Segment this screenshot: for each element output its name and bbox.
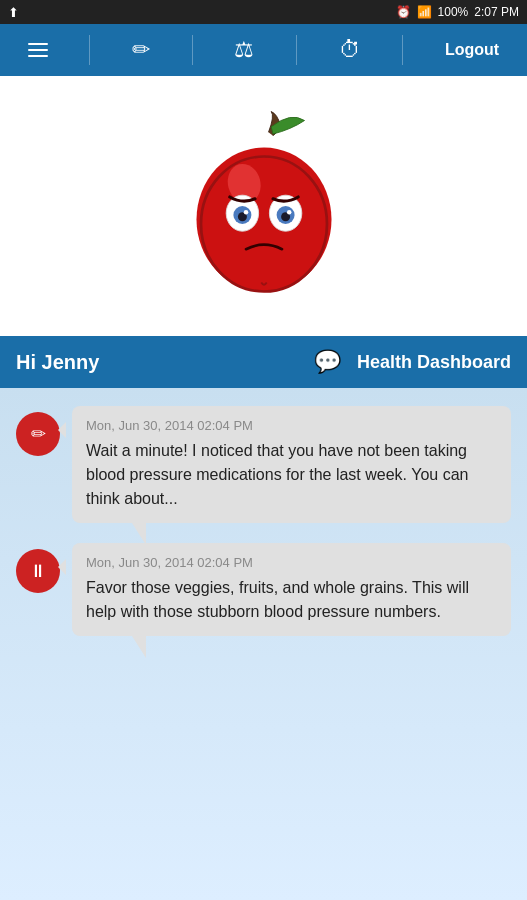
status-wifi-icon: 📶 xyxy=(417,5,432,19)
greeting-text: Hi Jenny xyxy=(16,351,314,374)
nav-divider-1 xyxy=(89,35,90,65)
messages-area: ✏ Mon, Jun 30, 2014 02:04 PM Wait a minu… xyxy=(0,388,527,900)
logout-label: Logout xyxy=(445,41,499,59)
message-bubble-2[interactable]: Mon, Jun 30, 2014 02:04 PM Favor those v… xyxy=(72,543,511,636)
message-timestamp-2: Mon, Jun 30, 2014 02:04 PM xyxy=(86,555,497,570)
logout-button[interactable]: Logout xyxy=(431,33,513,67)
dashboard-label: Health Dashboard xyxy=(357,352,511,373)
edit-button[interactable]: ✏ xyxy=(118,29,164,71)
menu-button[interactable] xyxy=(14,35,62,65)
message-row-2: ⏸ Mon, Jun 30, 2014 02:04 PM Favor those… xyxy=(16,543,511,636)
message-bubble-wrap-2: Mon, Jun 30, 2014 02:04 PM Favor those v… xyxy=(72,543,511,636)
message-timestamp-1: Mon, Jun 30, 2014 02:04 PM xyxy=(86,418,497,433)
nav-divider-2 xyxy=(192,35,193,65)
message-text-2: Favor those veggies, fruits, and whole g… xyxy=(86,576,497,624)
scale-button[interactable]: ⚖ xyxy=(220,29,268,71)
nav-divider-4 xyxy=(402,35,403,65)
svg-point-10 xyxy=(286,210,291,215)
status-usb-icon: ⬆ xyxy=(8,5,19,20)
message-text-1: Wait a minute! I noticed that you have n… xyxy=(86,439,497,511)
svg-point-9 xyxy=(243,210,248,215)
pause-msg-icon: ⏸ xyxy=(29,561,47,582)
status-bar: ⬆ ⏰ 📶 100% 2:07 PM xyxy=(0,0,527,24)
timer-icon: ⏱ xyxy=(339,37,361,63)
status-battery: 100% xyxy=(438,5,469,19)
menu-icon xyxy=(28,43,48,57)
bubble-tail-1 xyxy=(132,523,146,545)
nav-divider-3 xyxy=(296,35,297,65)
message-row-1: ✏ Mon, Jun 30, 2014 02:04 PM Wait a minu… xyxy=(16,406,511,523)
info-bar: Hi Jenny 💬 Health Dashboard xyxy=(0,336,527,388)
message-bubble-wrap-1: Mon, Jun 30, 2014 02:04 PM Wait a minute… xyxy=(72,406,511,523)
message-icon-2: ⏸ xyxy=(16,549,60,593)
scale-icon: ⚖ xyxy=(234,37,254,63)
chat-icon[interactable]: 💬 xyxy=(314,349,341,375)
status-time: 2:07 PM xyxy=(474,5,519,19)
status-alarm-icon: ⏰ xyxy=(396,5,411,19)
bubble-tail-2 xyxy=(132,636,146,658)
timer-button[interactable]: ⏱ xyxy=(325,29,375,71)
message-bubble-1[interactable]: Mon, Jun 30, 2014 02:04 PM Wait a minute… xyxy=(72,406,511,523)
top-nav: ✏ ⚖ ⏱ Logout xyxy=(0,24,527,76)
message-icon-1: ✏ xyxy=(16,412,60,456)
apple-area xyxy=(0,76,527,336)
pencil-icon: ✏ xyxy=(132,37,150,63)
apple-mascot xyxy=(174,106,354,306)
pencil-msg-icon: ✏ xyxy=(31,423,46,445)
